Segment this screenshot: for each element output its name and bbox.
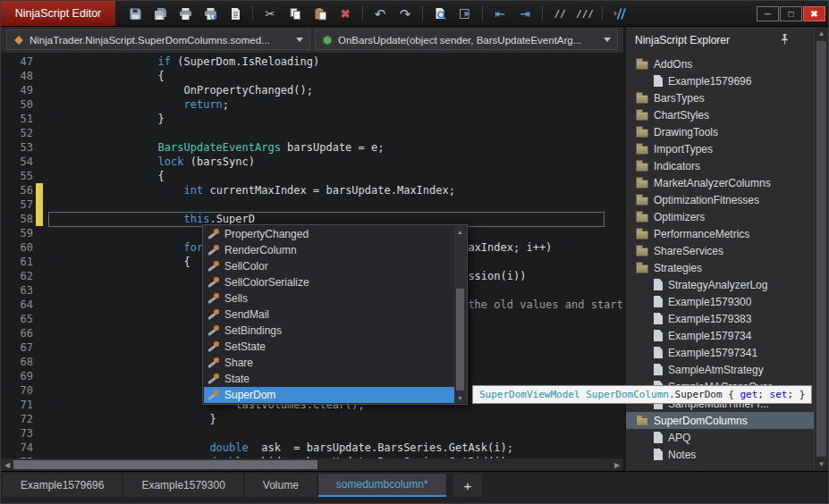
explorer-item[interactable]: APQ [626,429,815,446]
save-icon[interactable] [124,4,146,22]
explorer-item[interactable]: ShareServices [626,242,815,259]
scroll-right-arrow-icon[interactable]: ▶ [611,458,623,471]
intellisense-scrollbar[interactable]: ▲ ▼ [454,226,466,403]
explorer-item[interactable]: DrawingTools [626,123,815,140]
explorer-item[interactable]: Example15797341 [626,344,815,361]
explorer-item[interactable]: PerformanceMetrics [626,225,815,242]
print-icon[interactable] [174,4,196,22]
code-line[interactable]: 47 if (SuperDom.IsReloading) [1,55,623,69]
code-line[interactable]: 53 BarsUpdateEventArgs barsUpdate = e; [1,140,623,155]
redo-icon[interactable]: ↷ [394,4,416,22]
explorer-item[interactable]: ChartStyles [626,106,815,123]
explorer-item[interactable]: StrategyAnalyzerLog [626,276,815,293]
maximize-button[interactable]: □ [780,6,802,21]
explorer-item[interactable]: Example1579383 [626,310,815,327]
paste-icon[interactable] [309,4,331,22]
scroll-down-arrow-icon[interactable]: ▼ [454,392,466,403]
add-tab-button[interactable]: + [453,474,483,497]
explorer-item[interactable]: SampleAtmStrategy [626,361,815,378]
intellisense-item[interactable]: SendMail [204,307,454,323]
pin-icon[interactable] [780,33,790,46]
code-line[interactable]: 50 return; [1,97,623,112]
explorer-item[interactable]: MarketAnalyzerColumns [626,174,815,191]
compile-icon[interactable] [609,4,630,22]
bottom-tab[interactable]: somedumbcolumn* [318,474,446,497]
code-text: OnPropertyChanged(); [43,83,313,97]
class-icon [13,35,24,46]
explorer-item[interactable]: OptimizationFitnesses [626,191,815,208]
change-marker [36,140,43,155]
property-icon [207,229,219,240]
intellisense-item-label: SellColorSerialize [224,276,309,289]
line-number: 54 [1,155,33,169]
explorer-item[interactable]: ImportTypes [626,140,815,157]
intellisense-item[interactable]: RenderColumn [204,242,454,258]
folder-icon [636,163,648,172]
scroll-up-arrow-icon[interactable]: ▲ [454,226,466,237]
explorer-item[interactable]: Example1579696 [626,72,815,89]
code-text: { [43,69,165,83]
intellisense-item[interactable]: SetState [204,339,454,355]
explorer-item-label: PerformanceMetrics [654,228,749,240]
explorer-item-label: OptimizationFitnesses [654,194,759,206]
explorer-item[interactable]: SuperDomColumns [626,412,815,429]
intellisense-item[interactable]: SellColorSerialize [204,274,454,290]
bottom-tab[interactable]: Example1579300 [123,474,242,497]
editor-horizontal-scrollbar[interactable]: ◀ ▶ [1,458,623,471]
print-preview-icon[interactable] [199,4,221,22]
explorer-scrollbar[interactable]: ▲ ▼ [814,27,828,471]
explorer-item[interactable]: Example1579734 [626,327,815,344]
code-line[interactable]: 56 int currentMaxIndex = barsUpdate.MaxI… [1,183,623,197]
explorer-item[interactable]: Notes [626,446,815,463]
minimize-button[interactable]: ─ [757,6,779,21]
goto-icon[interactable] [454,4,476,22]
explorer-item[interactable]: Example1579300 [626,293,815,310]
find-icon[interactable] [429,4,451,22]
type-dropdown[interactable]: NinjaTrader.NinjaScript.SuperDomColumns.… [6,29,310,50]
save-all-icon[interactable] [149,4,171,22]
outdent-icon[interactable]: ⇤ [489,4,511,22]
explorer-item[interactable]: AddOns [626,55,815,72]
intellisense-item[interactable]: Sells [204,290,454,307]
intellisense-item[interactable]: State [204,371,454,387]
scroll-up-arrow-icon[interactable]: ▲ [815,27,828,40]
indent-icon[interactable]: ⇥ [514,4,536,22]
scrollbar-thumb[interactable] [816,41,826,457]
scroll-down-arrow-icon[interactable]: ▼ [815,458,828,471]
code-line[interactable]: 72 } [1,412,623,426]
code-line[interactable]: 74 double ask = barsUpdate.BarsSeries.Ge… [1,441,623,455]
intellisense-item[interactable]: PropertyChanged [204,226,454,242]
code-line[interactable]: 54 lock (barsSync) [1,155,623,169]
intellisense-item[interactable]: SetBindings [204,323,454,339]
code-line[interactable]: 52 [1,126,623,140]
explorer-item[interactable]: Indicators [626,157,815,174]
member-dropdown[interactable]: OnBarsUpdate(object sender, BarsUpdateEv… [315,29,618,50]
code-line[interactable]: 51 } [1,112,623,126]
scroll-left-arrow-icon[interactable]: ◀ [1,458,13,471]
comment-icon[interactable]: // [549,4,571,22]
explorer-item[interactable]: BarsTypes [626,89,815,106]
close-button[interactable]: ✖ [803,6,825,21]
bottom-tab[interactable]: Volume [245,474,317,497]
cut-icon[interactable]: ✂ [259,4,281,22]
page-setup-icon[interactable] [224,4,246,22]
copy-icon[interactable] [284,4,306,22]
code-text [43,226,55,240]
code-line[interactable]: 73 [1,426,623,441]
code-line[interactable]: 55 { [1,169,623,183]
explorer-item[interactable]: Strategies [626,259,815,276]
delete-icon[interactable]: ✖ [334,4,356,22]
code-text: { [43,383,216,398]
scrollbar-thumb[interactable] [13,460,317,469]
intellisense-item[interactable]: Share [204,355,454,371]
code-line[interactable]: 57 [1,197,623,212]
intellisense-item[interactable]: SuperDom [204,387,454,403]
scrollbar-thumb[interactable] [456,289,464,391]
intellisense-item[interactable]: SellColor [204,258,454,274]
uncomment-icon[interactable]: /// [574,4,596,22]
code-line[interactable]: 49 OnPropertyChanged(); [1,83,623,97]
undo-icon[interactable]: ↶ [369,4,391,22]
code-line[interactable]: 48 { [1,69,623,83]
bottom-tab[interactable]: Example1579696 [3,474,122,497]
explorer-item[interactable]: Optimizers [626,208,815,225]
